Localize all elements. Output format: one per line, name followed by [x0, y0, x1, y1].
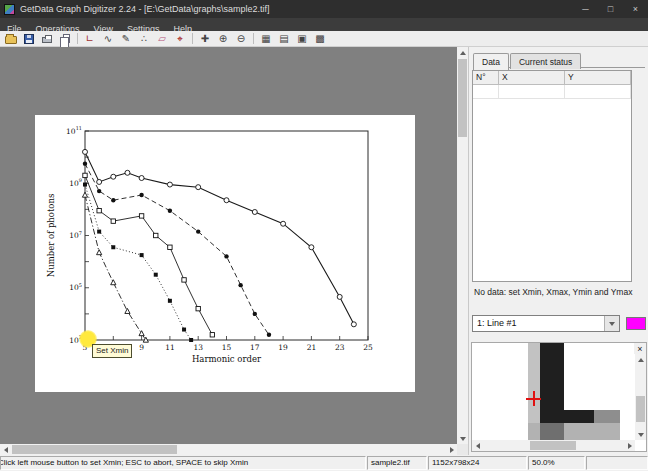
- copy-icon[interactable]: [56, 32, 74, 46]
- line-color-swatch[interactable]: [626, 317, 646, 330]
- magnifier-view: [472, 343, 635, 440]
- menu-bar: FileOperationsViewSettingsHelp: [0, 18, 648, 31]
- scroll-left-icon[interactable]: [0, 444, 11, 455]
- svg-text:13: 13: [193, 343, 203, 352]
- triangle-left-icon: [476, 443, 480, 449]
- magnifier-pixels: [564, 410, 594, 423]
- graph-image[interactable]: 10310510710910115791113151719212325Harmo…: [35, 115, 415, 392]
- scroll-right-icon[interactable]: [446, 444, 457, 455]
- line-select[interactable]: 1: Line #1: [472, 315, 620, 332]
- canvas[interactable]: 10310510710910115791113151719212325Harmo…: [0, 47, 457, 444]
- triangle-up-icon: [460, 51, 466, 55]
- toolbar-separator: [77, 33, 78, 44]
- magnifier-cursor-cross: [533, 391, 535, 406]
- pointer-icon[interactable]: ⌖: [171, 32, 189, 46]
- scroll-down-icon[interactable]: [635, 429, 646, 440]
- scroll-down-icon[interactable]: [457, 433, 468, 444]
- status-message-text: Click left mouse button to set Xmin; ESC…: [0, 457, 248, 469]
- eraser-icon[interactable]: ▱: [153, 32, 171, 46]
- status-zoom: 50.0%: [528, 456, 585, 470]
- grid-icon[interactable]: ▦: [257, 32, 275, 46]
- print-icon[interactable]: [38, 32, 56, 46]
- column-header-x: X: [499, 71, 565, 85]
- status-bar: Click left mouse button to set Xmin; ESC…: [0, 455, 648, 471]
- data-table-header: N°XY: [473, 71, 631, 85]
- scroll-right-icon[interactable]: [624, 440, 635, 451]
- vertical-scroll-thumb[interactable]: [458, 59, 467, 137]
- side-panel: DataCurrent status N°XY No data: set Xmi…: [468, 47, 648, 455]
- horizontal-scroll-thumb[interactable]: [530, 441, 576, 450]
- canvas-vertical-scrollbar[interactable]: [457, 47, 468, 444]
- tab-data[interactable]: Data: [473, 53, 509, 70]
- svg-text:15: 15: [222, 343, 232, 352]
- close-icon[interactable]: ×: [634, 343, 646, 354]
- magnifier-pixels: [540, 343, 564, 423]
- preview-icon[interactable]: ▣: [293, 32, 311, 46]
- table-cell: [565, 85, 631, 99]
- close-button[interactable]: ×: [623, 0, 648, 18]
- vertical-scroll-thumb[interactable]: [636, 396, 645, 422]
- svg-text:21: 21: [307, 343, 317, 352]
- scroll-left-icon[interactable]: [472, 440, 483, 451]
- no-data-message: No data: set Xmin, Xmax, Ymin and Ymax: [474, 287, 632, 297]
- save-icon: [24, 34, 34, 44]
- horizontal-scroll-thumb[interactable]: [12, 445, 177, 454]
- zoom-out-icon[interactable]: ⊖: [232, 32, 250, 46]
- chart-series-3: [83, 173, 215, 337]
- triangle-down-icon: [638, 433, 644, 437]
- maximize-button[interactable]: □: [598, 0, 623, 18]
- scrollbar-corner: [457, 444, 468, 455]
- work-area: 10310510710910115791113151719212325Harmo…: [0, 47, 468, 455]
- svg-text:107: 107: [69, 230, 82, 241]
- magnifier-vertical-scrollbar[interactable]: [635, 354, 646, 440]
- status-image-size: 1152x798x24: [428, 456, 527, 470]
- table-cell: [473, 85, 499, 99]
- pen-icon[interactable]: ✎: [117, 32, 135, 46]
- svg-text:17: 17: [250, 343, 260, 352]
- digitize-curve-icon[interactable]: ∿: [99, 32, 117, 46]
- status-filename: sample2.tif: [367, 456, 427, 470]
- pan-icon[interactable]: ✚: [196, 32, 214, 46]
- column-header-n: N°: [473, 71, 499, 85]
- print-icon: [42, 37, 52, 43]
- magnifier-pixels: [594, 410, 620, 423]
- svg-text:Number of photons: Number of photons: [46, 194, 56, 278]
- points-icon[interactable]: ∴: [135, 32, 153, 46]
- zoom-in-icon[interactable]: ⊕: [214, 32, 232, 46]
- svg-text:105: 105: [69, 282, 82, 293]
- chart-series-1: [83, 149, 357, 326]
- set-scale-icon[interactable]: ∟: [81, 32, 99, 46]
- canvas-horizontal-scrollbar[interactable]: [0, 444, 457, 455]
- chevron-down-icon[interactable]: [604, 316, 619, 331]
- copy-icon: [63, 34, 70, 43]
- triangle-down-icon: [609, 322, 615, 326]
- chart-series-2: [83, 161, 271, 337]
- svg-text:23: 23: [335, 343, 345, 352]
- column-header-y: Y: [565, 71, 631, 85]
- status-message: Click left mouse button to set Xmin; ESC…: [0, 456, 366, 470]
- svg-text:19: 19: [278, 343, 288, 352]
- window-controls: ─ □ ×: [573, 0, 648, 18]
- magnifier-panel: ×: [471, 342, 647, 452]
- triangle-down-icon: [460, 437, 466, 441]
- data-table-row: [473, 85, 631, 99]
- triangle-right-icon: [628, 443, 632, 449]
- magnifier-horizontal-scrollbar[interactable]: [472, 440, 635, 451]
- tab-current-status[interactable]: Current status: [510, 53, 581, 69]
- toolbar-separator: [253, 33, 254, 44]
- svg-text:109: 109: [69, 177, 82, 188]
- app-icon: [4, 4, 15, 15]
- svg-text:11: 11: [165, 343, 175, 352]
- table-icon[interactable]: ▤: [275, 32, 293, 46]
- magnifier-pixels: [540, 423, 564, 440]
- save-icon[interactable]: [20, 32, 38, 46]
- minimize-button[interactable]: ─: [573, 0, 598, 18]
- open-icon[interactable]: [2, 32, 20, 46]
- pattern-icon[interactable]: ▩: [311, 32, 329, 46]
- open-icon: [5, 36, 17, 44]
- scroll-up-icon[interactable]: [457, 47, 468, 58]
- triangle-up-icon: [638, 358, 644, 362]
- scroll-up-icon[interactable]: [635, 354, 646, 365]
- app-window: GetData Graph Digitizer 2.24 - [E:\GetDa…: [0, 0, 648, 471]
- triangle-left-icon: [4, 447, 8, 453]
